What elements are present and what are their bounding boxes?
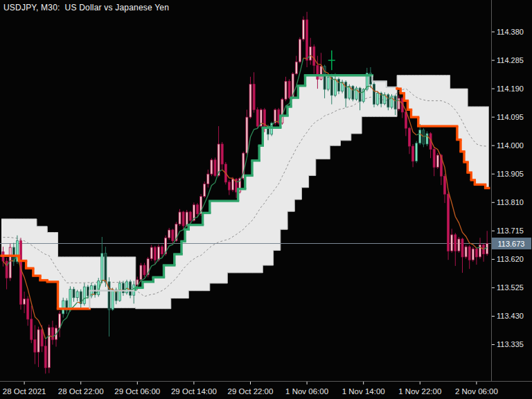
candle-body <box>6 261 8 278</box>
candle-body <box>204 184 206 197</box>
time-tick-label: 28 Oct 2021 <box>3 387 46 396</box>
candle-body <box>69 290 71 310</box>
price-tick-label: 114.190 <box>497 85 524 93</box>
candle-body <box>436 155 438 167</box>
candle-body <box>330 78 332 96</box>
candle-body <box>256 109 258 126</box>
candle-body <box>228 182 230 190</box>
price-tick-label: 113.335 <box>497 340 524 348</box>
candle-body <box>24 299 26 304</box>
candle-body <box>130 282 132 295</box>
candle-body <box>20 241 22 305</box>
candle-body <box>221 144 223 164</box>
candle-body <box>303 20 305 39</box>
candle-body <box>327 78 329 89</box>
time-tick-label: 28 Oct 22:00 <box>58 387 104 396</box>
candle-body <box>161 247 163 254</box>
candle-body <box>338 79 340 91</box>
candle-body <box>105 254 107 282</box>
candle-body <box>207 174 209 184</box>
candle-body <box>461 239 463 257</box>
candle-body <box>295 62 297 73</box>
candle-body <box>479 245 481 257</box>
candle-body <box>320 66 322 80</box>
price-tick-label: 114.380 <box>497 28 524 36</box>
candle-body <box>73 290 75 298</box>
candle-body <box>41 330 43 346</box>
candle-body <box>44 346 46 368</box>
candle-body <box>9 247 11 278</box>
candle-body <box>76 292 78 298</box>
chart-title: USDJPY, M30: US Dollar vs Japanese Yen <box>3 3 169 12</box>
time-tick-label: 29 Oct 14:00 <box>171 387 217 396</box>
candle-body <box>373 85 375 105</box>
candle-body <box>468 247 470 260</box>
candle-body <box>483 245 485 254</box>
candle-body <box>232 179 234 190</box>
candle-body <box>83 287 85 303</box>
candle-body <box>37 330 39 352</box>
candle-body <box>377 94 379 105</box>
candle-body <box>179 212 181 224</box>
candle-body <box>143 265 145 275</box>
candle-body <box>246 117 248 153</box>
candle-body <box>136 280 139 285</box>
candle-body <box>475 249 477 257</box>
candle-body <box>214 160 216 176</box>
candle-body <box>118 283 121 301</box>
price-tick-label: 114.285 <box>497 56 524 64</box>
candle-body <box>87 287 89 296</box>
candle-body <box>288 81 290 98</box>
last-price-badge-label: 113.673 <box>498 240 525 248</box>
candle-body <box>253 85 255 110</box>
candle-body <box>62 301 64 314</box>
time-tick-label: 29 Oct 22:00 <box>228 387 274 396</box>
candle-body <box>419 130 421 143</box>
candle-body <box>48 328 50 368</box>
candle-body <box>454 235 456 251</box>
price-tick-label: 113.715 <box>497 227 524 235</box>
candle-body <box>444 176 446 194</box>
candle-body <box>182 212 184 226</box>
candle-body <box>451 235 453 251</box>
candle-body <box>189 212 191 220</box>
price-tick-label: 113.810 <box>497 198 524 206</box>
time-tick-label: 1 Nov 06:00 <box>285 387 328 396</box>
candle-body <box>472 249 474 260</box>
candle-body <box>313 47 315 66</box>
candle-body <box>140 265 142 280</box>
candle-body <box>101 254 103 281</box>
ema-line-up <box>388 98 391 98</box>
candle-body <box>416 143 418 161</box>
candle-body <box>299 39 301 62</box>
mt5-chart-window: USDJPY, M30: US Dollar vs Japanese Yen 1… <box>0 0 532 399</box>
price-tick-label: 114.095 <box>497 113 524 121</box>
time-tick-label: 29 Oct 06:00 <box>114 387 160 396</box>
candle-body <box>27 299 29 319</box>
candle-body <box>154 247 156 260</box>
candle-body <box>352 87 354 100</box>
ema-line-dn <box>275 121 278 122</box>
candle-body <box>112 290 114 310</box>
candle-body <box>211 160 213 174</box>
candle-body <box>394 96 396 109</box>
candle-body <box>398 98 400 109</box>
candle-body <box>465 247 467 257</box>
candle-body <box>447 194 450 251</box>
candle-body <box>317 65 319 79</box>
candle-body <box>458 239 460 251</box>
price-tick-label: 113.620 <box>497 255 524 263</box>
price-tick-label: 114.000 <box>497 141 524 150</box>
candle-body <box>359 88 361 101</box>
price-tick-label: 113.430 <box>497 312 524 320</box>
time-tick-label: 1 Nov 14:00 <box>342 387 385 396</box>
candle-body <box>433 149 435 167</box>
candle-body <box>306 20 308 60</box>
candle-body <box>157 247 159 260</box>
candle-body <box>405 112 407 128</box>
time-tick-label: 1 Nov 22:00 <box>398 387 441 396</box>
candle-body <box>409 128 411 146</box>
price-chart[interactable]: 114.380114.285114.190114.095114.000113.9… <box>0 0 532 399</box>
candle-body <box>168 230 170 238</box>
candle-body <box>249 85 251 118</box>
